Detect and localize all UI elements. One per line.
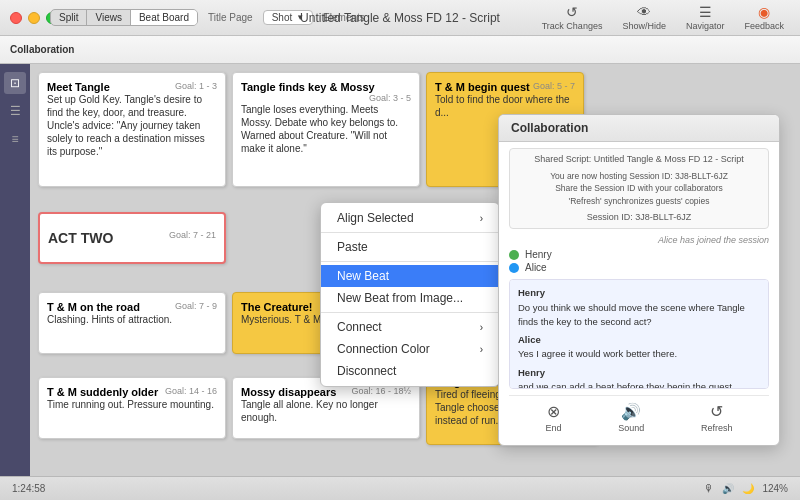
sidebar-icon-board[interactable]: ⊡ xyxy=(4,72,26,94)
sound-icon: 🔊 xyxy=(621,402,641,421)
menu-separator xyxy=(321,261,499,262)
views-button[interactable]: Views xyxy=(87,10,131,25)
submenu-arrow: › xyxy=(480,322,483,333)
navigator-label: Navigator xyxy=(686,21,725,31)
menu-label: Paste xyxy=(337,240,368,254)
end-label: End xyxy=(545,423,561,433)
feedback-label: Feedback xyxy=(744,21,784,31)
refresh-button[interactable]: ↺ Refresh xyxy=(701,402,733,433)
chat-message-2: Alice Yes I agree it would work better t… xyxy=(518,333,760,362)
menu-item-connect[interactable]: Connect › xyxy=(321,316,499,338)
card-goal: Goal: 16 - 18½ xyxy=(351,386,411,396)
collaboration-panel: Collaboration Shared Script: Untitled Ta… xyxy=(498,114,780,446)
card-title: Mossy disappears xyxy=(241,386,336,398)
toolbar-right: ↺ Track Changes 👁 Show/Hide ☰ Navigator … xyxy=(536,2,790,33)
sidebar-icon-list[interactable]: ☰ xyxy=(4,100,26,122)
card-goal: Goal: 5 - 7 xyxy=(533,81,575,91)
card-tangle-finds-key[interactable]: Tangle finds key & Mossy Goal: 3 - 5 Tan… xyxy=(232,72,420,187)
collab-users: Henry Alice xyxy=(509,249,769,273)
menu-item-paste[interactable]: Paste xyxy=(321,236,499,258)
collab-footer: ⊗ End 🔊 Sound ↺ Refresh xyxy=(509,395,769,439)
joined-notice: Alice has joined the session xyxy=(509,235,769,245)
card-title: T & M on the road xyxy=(47,301,140,313)
beat-board[interactable]: Meet Tangle Goal: 1 - 3 Set up Gold Key.… xyxy=(30,64,800,476)
menu-item-new-beat-image[interactable]: New Beat from Image... xyxy=(321,287,499,309)
context-menu: Align Selected › Paste New Beat New Beat… xyxy=(320,202,500,387)
eye-icon: 👁 xyxy=(637,4,651,20)
card-title: Tangle finds key & Mossy xyxy=(241,81,375,93)
feedback-button[interactable]: ◉ Feedback xyxy=(738,2,790,33)
titlebar: Split Views Beat Board Title Page Shot ▼… xyxy=(0,0,800,36)
submenu-arrow: › xyxy=(480,213,483,224)
chat-message-3: Henry and we can add a beat before they … xyxy=(518,366,760,390)
shot-label: Shot xyxy=(272,12,293,23)
session-id-label: Session ID: 3J8-BLLT-6JZ xyxy=(518,211,760,225)
show-hide-label: Show/Hide xyxy=(622,21,666,31)
user-name-alice: Alice xyxy=(525,262,547,273)
menu-item-new-beat[interactable]: New Beat xyxy=(321,265,499,287)
menu-label: New Beat xyxy=(337,269,389,283)
menu-label: New Beat from Image... xyxy=(337,291,463,305)
sound-label: Sound xyxy=(618,423,644,433)
card-tm-on-road[interactable]: T & M on the road Goal: 7 - 9 Clashing. … xyxy=(38,292,226,354)
statusbar: 1:24:58 🎙 🔊 🌙 124% xyxy=(0,476,800,500)
user-dot-alice xyxy=(509,263,519,273)
collab-user-alice: Alice xyxy=(509,262,769,273)
sound-button[interactable]: 🔊 Sound xyxy=(618,402,644,433)
zoom-control[interactable]: 124% xyxy=(762,483,788,494)
menu-separator xyxy=(321,232,499,233)
refresh-label: Refresh xyxy=(701,423,733,433)
chat-text: and we can add a beat before they begin … xyxy=(518,381,732,390)
submenu-arrow: › xyxy=(480,344,483,355)
collab-info: Shared Script: Untitled Tangle & Moss FD… xyxy=(509,148,769,229)
collab-body: Shared Script: Untitled Tangle & Moss FD… xyxy=(499,142,779,445)
refresh-icon: ↺ xyxy=(710,402,723,421)
split-views-segment: Split Views Beat Board xyxy=(50,9,198,26)
collaboration-tab[interactable]: Collaboration xyxy=(10,44,74,55)
card-title: Meet Tangle xyxy=(47,81,110,93)
sidebar-icon-outline[interactable]: ≡ xyxy=(4,128,26,150)
left-sidebar: ⊡ ☰ ≡ xyxy=(0,64,30,476)
zoom-level: 124% xyxy=(762,483,788,494)
card-body: Tangle loses everything. Meets Mossy. De… xyxy=(241,103,411,155)
menu-item-disconnect[interactable]: Disconnect xyxy=(321,360,499,382)
menu-label: Disconnect xyxy=(337,364,396,378)
collab-user-henry: Henry xyxy=(509,249,769,260)
show-hide-button[interactable]: 👁 Show/Hide xyxy=(616,2,672,33)
track-changes-icon: ↺ xyxy=(566,4,578,20)
chat-text: Do you think we should move the scene wh… xyxy=(518,302,745,327)
collab-chat: Henry Do you think we should move the sc… xyxy=(509,279,769,389)
collab-header: Collaboration xyxy=(499,115,779,142)
card-meet-tangle[interactable]: Meet Tangle Goal: 1 - 3 Set up Gold Key.… xyxy=(38,72,226,187)
feedback-icon: ◉ xyxy=(758,4,770,20)
microphone-icon: 🎙 xyxy=(704,483,714,494)
track-changes-label: Track Changes xyxy=(542,21,603,31)
card-title: T & M suddenly older xyxy=(47,386,158,398)
menu-label: Connect xyxy=(337,320,382,334)
collab-panel-title: Collaboration xyxy=(511,121,588,135)
minimize-button[interactable] xyxy=(28,12,40,24)
window-title: Untitled Tangle & Moss FD 12 - Script xyxy=(300,11,500,25)
menu-label: Connection Color xyxy=(337,342,430,356)
shared-script-label: Shared Script: Untitled Tangle & Moss FD… xyxy=(518,153,760,167)
card-tm-suddenly-older[interactable]: T & M suddenly older Goal: 14 - 16 Time … xyxy=(38,377,226,439)
end-icon: ⊗ xyxy=(547,402,560,421)
card-act-two[interactable]: ACT TWO Goal: 7 - 21 xyxy=(38,212,226,264)
menu-item-connection-color[interactable]: Connection Color › xyxy=(321,338,499,360)
card-title: The Creature! xyxy=(241,301,313,313)
navigator-button[interactable]: ☰ Navigator xyxy=(680,2,731,33)
track-changes-button[interactable]: ↺ Track Changes xyxy=(536,2,609,33)
title-page-label: Title Page xyxy=(204,12,257,23)
beat-board-button[interactable]: Beat Board xyxy=(131,10,197,25)
statusbar-right: 🎙 🔊 🌙 124% xyxy=(704,483,788,494)
card-title: ACT TWO xyxy=(48,230,113,246)
end-button[interactable]: ⊗ End xyxy=(545,402,561,433)
split-button[interactable]: Split xyxy=(51,10,87,25)
chat-speaker: Alice xyxy=(518,334,541,345)
moon-icon: 🌙 xyxy=(742,483,754,494)
menu-separator xyxy=(321,312,499,313)
card-goal: Goal: 3 - 5 xyxy=(369,93,411,103)
menu-item-align[interactable]: Align Selected › xyxy=(321,207,499,229)
card-body: Set up Gold Key. Tangle's desire to find… xyxy=(47,93,217,158)
close-button[interactable] xyxy=(10,12,22,24)
